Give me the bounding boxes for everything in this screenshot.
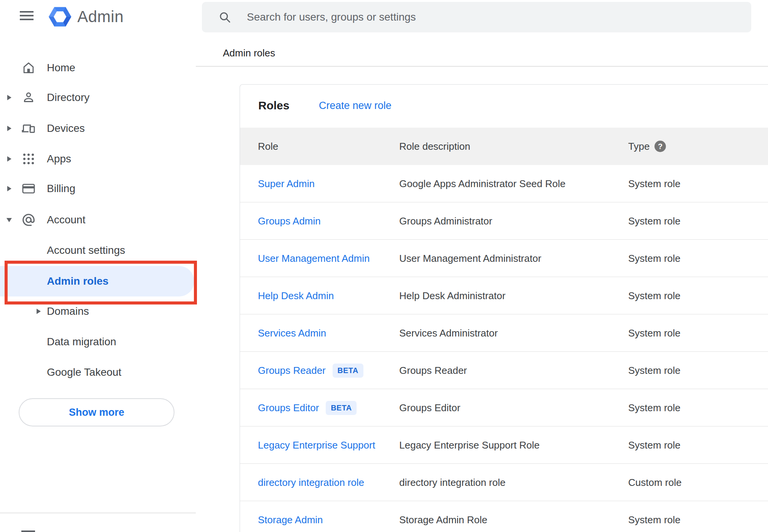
- beta-badge: BETA: [326, 401, 357, 415]
- sidebar-item-label: Data migration: [47, 336, 116, 348]
- beta-badge: BETA: [333, 364, 363, 378]
- role-description: User Management Administrator: [399, 240, 541, 277]
- apps-grid-icon: [21, 152, 36, 166]
- role-description: Storage Admin Role: [399, 501, 487, 532]
- chevron-right-icon[interactable]: [7, 95, 11, 100]
- sidebar-item-home[interactable]: Home: [0, 53, 196, 83]
- sidebar-item-label: Apps: [47, 153, 71, 165]
- hamburger-menu-icon[interactable]: [20, 11, 34, 20]
- role-link[interactable]: Groups Admin: [258, 215, 321, 227]
- roles-panel: Roles Create new role Role Role descript…: [240, 84, 768, 532]
- table-row: Legacy Enterprise Support Legacy Enterpr…: [240, 426, 768, 464]
- role-description: directory integration role: [399, 464, 506, 501]
- sidebar-item-data-migration[interactable]: Data migration: [0, 327, 196, 357]
- role-type: Custom role: [628, 464, 682, 501]
- role-link[interactable]: Groups Reader: [258, 365, 326, 377]
- role-type: System role: [628, 352, 680, 389]
- search-icon: [218, 10, 232, 26]
- role-cell: Help Desk Admin: [258, 277, 334, 314]
- role-type: System role: [628, 202, 680, 240]
- sidebar-item-label: Devices: [47, 122, 85, 135]
- roles-panel-header: Roles Create new role: [240, 85, 768, 128]
- help-icon[interactable]: ?: [654, 141, 666, 152]
- role-type: System role: [628, 426, 680, 464]
- role-cell: Services Admin: [258, 314, 326, 352]
- breadcrumb: Admin roles: [223, 47, 275, 59]
- roles-table-header: Role Role description Type ?: [240, 128, 768, 165]
- search-input[interactable]: Search for users, groups or settings: [202, 2, 751, 32]
- role-type: System role: [628, 240, 680, 277]
- create-new-role-link[interactable]: Create new role: [319, 100, 392, 112]
- sidebar-item-account[interactable]: Account: [0, 205, 196, 235]
- role-cell: Groups Reader BETA: [258, 352, 363, 389]
- sidebar-item-directory[interactable]: Directory: [0, 82, 196, 113]
- role-cell: directory integration role: [258, 464, 364, 501]
- role-type: System role: [628, 277, 680, 314]
- role-type: System role: [628, 314, 680, 352]
- role-description: Legacy Enterprise Support Role: [399, 426, 540, 464]
- search-placeholder: Search for users, groups or settings: [247, 11, 416, 23]
- role-link[interactable]: directory integration role: [258, 477, 364, 489]
- table-row: Super Admin Google Apps Administrator Se…: [240, 165, 768, 202]
- column-header-role: Role: [258, 128, 278, 165]
- sidebar-item-label: Account settings: [47, 244, 125, 256]
- panel-title: Roles: [258, 99, 290, 112]
- home-icon: [21, 61, 36, 75]
- person-icon: [21, 90, 36, 105]
- role-link[interactable]: User Management Admin: [258, 253, 370, 264]
- role-link[interactable]: Help Desk Admin: [258, 290, 334, 302]
- sidebar-item-label: Domains: [47, 305, 89, 317]
- sidebar-item-google-takeout[interactable]: Google Takeout: [0, 357, 196, 388]
- chevron-right-icon[interactable]: [7, 126, 11, 131]
- sidebar-item-label: Google Takeout: [47, 366, 122, 378]
- role-link[interactable]: Services Admin: [258, 327, 326, 339]
- admin-logo-icon[interactable]: [49, 6, 71, 29]
- role-cell: Groups Admin: [258, 202, 321, 240]
- table-row: Groups Editor BETA Groups Editor System …: [240, 389, 768, 426]
- table-row: Help Desk Admin Help Desk Administrator …: [240, 277, 768, 314]
- sidebar-item-admin-roles[interactable]: Admin roles: [0, 266, 194, 296]
- app-title: Admin: [77, 8, 124, 26]
- sidebar-item-billing[interactable]: Billing: [0, 173, 196, 204]
- table-row: User Management Admin User Management Ad…: [240, 240, 768, 277]
- role-link[interactable]: Storage Admin: [258, 514, 323, 526]
- role-cell: Storage Admin: [258, 501, 323, 532]
- role-link[interactable]: Legacy Enterprise Support: [258, 439, 375, 451]
- chevron-right-icon[interactable]: [7, 186, 11, 191]
- sidebar-item-devices[interactable]: Devices: [0, 113, 196, 144]
- role-link[interactable]: Groups Editor: [258, 402, 319, 414]
- table-row: Groups Admin Groups Administrator System…: [240, 202, 768, 240]
- roles-table-body: Super Admin Google Apps Administrator Se…: [240, 165, 768, 532]
- at-icon: [21, 213, 36, 227]
- role-description: Help Desk Administrator: [399, 277, 506, 314]
- table-row: directory integration role directory int…: [240, 464, 768, 501]
- sidebar-item-domains[interactable]: Domains: [0, 296, 196, 327]
- show-more-button[interactable]: Show more: [19, 398, 174, 426]
- sidebar-item-account-settings[interactable]: Account settings: [0, 235, 196, 266]
- sidebar-item-label: Directory: [47, 91, 90, 104]
- chevron-right-icon[interactable]: [37, 309, 41, 314]
- sidebar-item-label: Billing: [47, 183, 75, 195]
- header-divider: [196, 66, 768, 67]
- role-type: System role: [628, 165, 680, 202]
- table-row: Services Admin Services Administrator Sy…: [240, 314, 768, 352]
- role-cell: User Management Admin: [258, 240, 370, 277]
- role-description: Groups Editor: [399, 389, 460, 426]
- devices-icon: [21, 121, 36, 136]
- sidebar-item-label: Account: [47, 214, 85, 226]
- sidebar-item-apps[interactable]: Apps: [0, 144, 196, 174]
- column-header-type: Type: [628, 128, 650, 165]
- table-row: Storage Admin Storage Admin Role System …: [240, 501, 768, 532]
- role-description: Groups Administrator: [399, 202, 492, 240]
- role-link[interactable]: Super Admin: [258, 178, 315, 190]
- role-type: System role: [628, 389, 680, 426]
- table-row: Groups Reader BETA Groups Reader System …: [240, 352, 768, 389]
- billing-card-icon: [21, 181, 36, 196]
- chevron-right-icon[interactable]: [7, 156, 11, 162]
- role-cell: Super Admin: [258, 165, 315, 202]
- role-cell: Legacy Enterprise Support: [258, 426, 375, 464]
- chevron-down-icon[interactable]: [6, 218, 12, 222]
- role-description: Services Administrator: [399, 314, 498, 352]
- sidebar-item-label: Home: [47, 62, 75, 74]
- role-description: Groups Reader: [399, 352, 467, 389]
